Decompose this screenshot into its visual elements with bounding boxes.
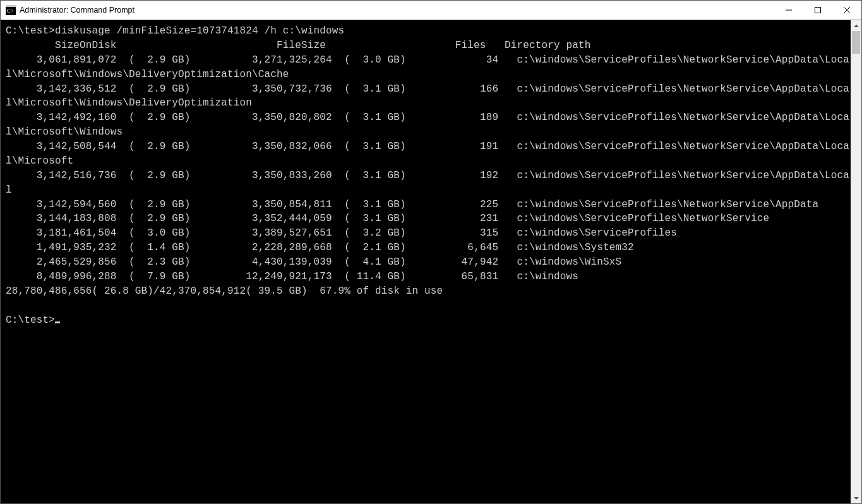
maximize-button[interactable] <box>803 1 832 20</box>
vertical-scrollbar[interactable] <box>851 20 861 503</box>
svg-marker-7 <box>854 25 859 27</box>
prompt: C:\test> <box>6 315 55 326</box>
scroll-track[interactable] <box>851 31 861 493</box>
svg-rect-1 <box>6 5 16 7</box>
titlebar[interactable]: C:\ Administrator: Command Prompt <box>1 1 861 20</box>
svg-text:C:\: C:\ <box>7 8 14 14</box>
window-controls <box>774 1 861 20</box>
scroll-down-button[interactable] <box>851 493 861 503</box>
svg-marker-8 <box>854 497 859 500</box>
minimize-button[interactable] <box>774 1 803 20</box>
scroll-thumb[interactable] <box>852 31 860 54</box>
client-area: C:\test>diskusage /minFileSize=107374182… <box>1 20 861 503</box>
svg-rect-4 <box>815 8 821 13</box>
cursor <box>55 321 60 323</box>
cmd-icon: C:\ <box>6 5 16 15</box>
window-title: Administrator: Command Prompt <box>20 6 774 15</box>
close-button[interactable] <box>832 1 861 20</box>
scroll-up-button[interactable] <box>851 20 861 31</box>
terminal-output[interactable]: C:\test>diskusage /minFileSize=107374182… <box>1 20 851 503</box>
app-window: C:\ Administrator: Command Prompt C:\tes… <box>0 0 862 504</box>
